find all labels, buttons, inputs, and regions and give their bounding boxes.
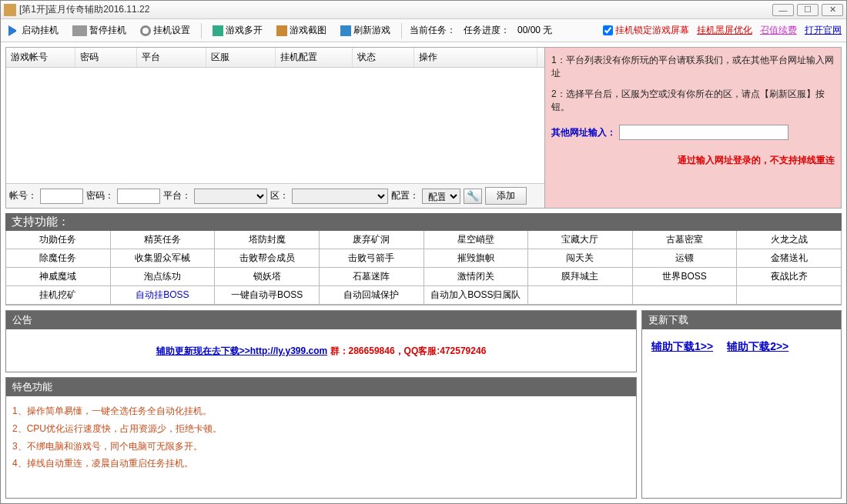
feature-cell: 自动加入BOSS归属队 [424, 286, 529, 305]
feature-cell: 火龙之战 [737, 231, 841, 249]
password-label: 密码： [86, 189, 114, 202]
platform-select[interactable] [194, 189, 267, 204]
feature-cell: 运镖 [633, 249, 738, 268]
col-header: 平台 [137, 48, 206, 67]
download-link[interactable]: 辅助更新现在去下载>>http://ly.y399.com [156, 345, 328, 356]
window-title: [第1开]蓝月传奇辅助2016.11.22 [19, 3, 772, 16]
feature-cell: 塔防封魔 [215, 231, 320, 249]
add-account-row: 帐号： 密码： 平台： 区： 配置： 配置1 🔧 添加 [6, 183, 544, 208]
download-link-1[interactable]: 辅助下载1>> [651, 340, 713, 354]
feature-cell: 闯天关 [528, 249, 633, 268]
zone-label: 区： [270, 189, 289, 202]
screenshot-button[interactable]: 游戏截图 [273, 22, 330, 38]
feature-cell: 自动挂BOSS [111, 286, 216, 305]
support-header: 支持功能： [5, 213, 842, 231]
col-header: 操作 [414, 48, 537, 67]
play-icon [8, 25, 19, 36]
toolbar: 启动挂机 暂停挂机 挂机设置 游戏多开 游戏截图 刷新游戏 当前任务： 任务进度… [1, 19, 846, 42]
tip-2: 2：选择平台后，区服为空或没有你所在的区，请点【刷新区服】按钮。 [551, 88, 835, 114]
url-input[interactable] [619, 125, 788, 140]
col-header: 游戏帐号 [6, 48, 75, 67]
zone-select[interactable] [292, 189, 388, 204]
feature-cell: 神威魔域 [6, 268, 111, 286]
pause-button[interactable]: 暂停挂机 [69, 22, 129, 38]
maximize-button[interactable]: ☐ [797, 4, 819, 16]
black-opt-link[interactable]: 挂机黑屏优化 [697, 24, 752, 37]
feature-cell [737, 286, 841, 305]
account-input[interactable] [40, 189, 83, 204]
feature-cell: 泡点练功 [111, 268, 216, 286]
wrench-icon: 🔧 [467, 190, 479, 202]
url-label: 其他网址输入： [551, 126, 616, 139]
refresh-game-button[interactable]: 刷新游戏 [337, 22, 393, 38]
feature-item: 4、掉线自动重连，凌晨自动重启任务挂机。 [12, 455, 630, 472]
tips-panel: 1：平台列表没有你所玩的平台请联系我们，或在其他平台网址输入网址 2：选择平台后… [545, 48, 841, 208]
titlebar: [第1开]蓝月传奇辅助2016.11.22 — ☐ ✕ [1, 1, 846, 19]
recharge-link[interactable]: 召值续费 [760, 24, 797, 37]
feature-cell [528, 286, 633, 305]
feature-cell: 膜拜城主 [528, 268, 633, 286]
url-note: 通过输入网址登录的，不支持掉线重连 [551, 154, 835, 167]
download-link-2[interactable]: 辅助下载2>> [727, 340, 788, 354]
feature-cell: 挂机挖矿 [6, 286, 111, 305]
announce-header: 公告 [6, 311, 636, 329]
add-button[interactable]: 添加 [485, 187, 527, 205]
password-input[interactable] [117, 189, 160, 204]
platform-label: 平台： [163, 189, 191, 202]
feature-cell: 夜战比齐 [737, 268, 841, 286]
feature-item: 3、不绑电脑和游戏号，同个电脑可无限多开。 [12, 438, 630, 456]
gear-icon [140, 25, 151, 36]
feature-cell: 石墓迷阵 [320, 268, 424, 286]
multi-open-button[interactable]: 游戏多开 [209, 22, 266, 38]
separator [201, 23, 202, 38]
col-header: 区服 [206, 48, 276, 67]
progress-label: 任务进度： [464, 24, 510, 37]
top-area: 游戏帐号密码平台区服挂机配置状态操作 帐号： 密码： 平台： 区： 配置： 配置… [5, 47, 842, 209]
refresh-icon [340, 25, 351, 36]
col-header: 状态 [353, 48, 414, 67]
feature-cell: 精英任务 [111, 231, 216, 249]
camera-icon [276, 25, 287, 36]
config-select[interactable]: 配置1 [422, 189, 460, 204]
feature-cell: 激情闭关 [424, 268, 529, 286]
feature-cell: 击败弓箭手 [320, 249, 424, 268]
feature-cell: 星空峭壁 [424, 231, 529, 249]
support-section: 支持功能： 功勋任务精英任务塔防封魔废弃矿洞星空峭壁宝藏大厅古墓密室火龙之战除魔… [5, 213, 842, 305]
current-task-label: 当前任务： [410, 24, 456, 37]
feature-cell: 自动回城保护 [320, 286, 424, 305]
account-panel: 游戏帐号密码平台区服挂机配置状态操作 帐号： 密码： 平台： 区： 配置： 配置… [6, 48, 545, 208]
table-body-empty [6, 68, 544, 183]
close-button[interactable]: ✕ [822, 4, 843, 16]
feature-cell: 金猪送礼 [737, 249, 841, 268]
feature-cell: 击败帮会成员 [215, 249, 320, 268]
minimize-button[interactable]: — [772, 4, 794, 16]
open-web-link[interactable]: 打开官网 [805, 24, 842, 37]
feature-cell [633, 286, 738, 305]
col-header: 密码 [75, 48, 137, 67]
feature-cell: 锁妖塔 [215, 268, 320, 286]
feature-cell: 功勋任务 [6, 231, 111, 249]
app-window: [第1开]蓝月传奇辅助2016.11.22 — ☐ ✕ 启动挂机 暂停挂机 挂机… [0, 0, 847, 504]
announce-panel: 公告 辅助更新现在去下载>>http://ly.y399.com 群：28665… [5, 310, 637, 372]
multi-icon [213, 25, 223, 36]
feature-cell: 废弃矿洞 [320, 231, 424, 249]
feature-cell: 收集盟众军械 [111, 249, 216, 268]
features-panel: 特色功能 1、操作简单易懂，一键全选任务全自动化挂机。2、CPU优化运行速度快，… [5, 377, 637, 499]
start-button[interactable]: 启动挂机 [5, 22, 62, 38]
col-header: 挂机配置 [276, 48, 353, 67]
config-label: 配置： [391, 189, 419, 202]
feature-item: 1、操作简单易懂，一键全选任务全自动化挂机。 [12, 402, 630, 420]
app-icon [4, 4, 16, 16]
downloads-header: 更新下载 [642, 311, 841, 329]
config-wrench-button[interactable]: 🔧 [464, 189, 482, 204]
feature-cell: 摧毁旗帜 [424, 249, 529, 268]
tip-1: 1：平台列表没有你所玩的平台请联系我们，或在其他平台网址输入网址 [551, 54, 835, 80]
features-header: 特色功能 [6, 378, 636, 396]
feature-cell: 世界BOSS [633, 268, 738, 286]
settings-button[interactable]: 挂机设置 [137, 22, 193, 38]
pause-icon [72, 25, 83, 36]
separator [401, 23, 402, 38]
feature-cell: 一键自动寻BOSS [215, 286, 320, 305]
lock-screen-checkbox[interactable]: 挂机锁定游戏屏幕 [603, 24, 689, 37]
feature-cell: 宝藏大厅 [528, 231, 633, 249]
